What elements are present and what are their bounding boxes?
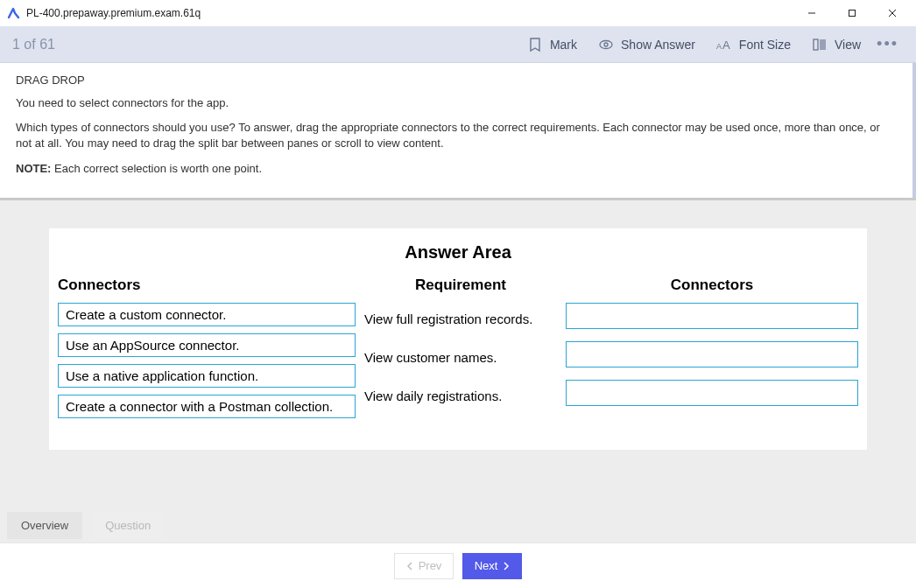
requirement-header: Requirement [364, 276, 557, 294]
drop-header: Connectors [566, 276, 858, 294]
connector-item[interactable]: Use a native application function. [58, 364, 356, 388]
toolbar: 1 of 61 Mark Show Answer AA Font Size Vi… [0, 26, 916, 63]
svg-rect-1 [849, 10, 856, 17]
window-controls [792, 0, 912, 26]
question-area: DRAG DROP You need to select connectors … [0, 63, 916, 198]
requirement-label: View full registration records. [364, 303, 557, 336]
view-label: View [835, 38, 861, 52]
chevron-right-icon [503, 562, 510, 570]
font-size-button[interactable]: AA Font Size [706, 32, 801, 58]
font-size-icon: AA [716, 37, 732, 52]
question-p2: Which types of connectors should you use… [16, 120, 897, 151]
prev-button[interactable]: Prev [394, 553, 454, 579]
requirement-label: View daily registrations. [364, 380, 557, 413]
svg-text:A: A [722, 38, 730, 52]
prev-label: Prev [419, 559, 442, 572]
next-label: Next [475, 559, 498, 572]
maximize-button[interactable] [832, 0, 872, 26]
question-p1: You need to select connectors for the ap… [16, 95, 897, 111]
connector-item[interactable]: Create a connector with a Postman collec… [58, 395, 356, 418]
mark-button[interactable]: Mark [517, 32, 588, 58]
tabs-bar: Overview Question [0, 507, 916, 542]
note-text: Each correct selection is worth one poin… [51, 162, 262, 175]
footer-nav: Prev Next [0, 542, 916, 588]
svg-rect-9 [820, 39, 826, 50]
question-counter: 1 of 61 [12, 37, 517, 52]
layout-icon [812, 37, 828, 52]
svg-point-4 [600, 40, 612, 48]
svg-point-5 [604, 43, 608, 46]
mark-label: Mark [550, 38, 577, 52]
drop-slot[interactable] [566, 303, 858, 329]
app-icon [7, 6, 21, 20]
more-button[interactable]: ••• [871, 30, 904, 59]
requirement-column: Requirement View full registration recor… [364, 276, 557, 418]
window-title: PL-400.prepaway.premium.exam.61q [26, 7, 792, 19]
minimize-button[interactable] [792, 0, 832, 26]
connectors-column: Connectors Create a custom connector. Us… [58, 276, 356, 425]
tab-overview[interactable]: Overview [7, 512, 82, 539]
connector-item[interactable]: Use an AppSource connector. [58, 333, 356, 357]
note-label: NOTE: [16, 162, 51, 175]
connectors-header: Connectors [58, 276, 356, 294]
drop-slot[interactable] [566, 341, 858, 368]
eye-icon [598, 37, 614, 52]
drop-slot[interactable] [566, 380, 858, 406]
svg-text:A: A [716, 42, 722, 51]
connector-item[interactable]: Create a custom connector. [58, 303, 356, 326]
next-button[interactable]: Next [462, 553, 522, 579]
view-button[interactable]: View [801, 32, 871, 58]
bookmark-icon [527, 37, 543, 52]
font-size-label: Font Size [739, 38, 791, 52]
titlebar: PL-400.prepaway.premium.exam.61q [0, 0, 916, 26]
show-answer-label: Show Answer [621, 38, 695, 52]
tab-question[interactable]: Question [91, 512, 165, 539]
chevron-left-icon [406, 562, 413, 570]
question-note: NOTE: Each correct selection is worth on… [16, 161, 897, 177]
show-answer-button[interactable]: Show Answer [588, 32, 706, 58]
close-button[interactable] [872, 0, 912, 26]
answer-panel: Answer Area Connectors Create a custom c… [0, 200, 916, 507]
answer-card: Answer Area Connectors Create a custom c… [49, 228, 867, 450]
answer-title: Answer Area [58, 242, 858, 262]
drop-column: Connectors [566, 276, 858, 418]
svg-rect-8 [814, 39, 818, 50]
requirement-label: View customer names. [364, 341, 557, 374]
question-type: DRAG DROP [16, 74, 897, 87]
